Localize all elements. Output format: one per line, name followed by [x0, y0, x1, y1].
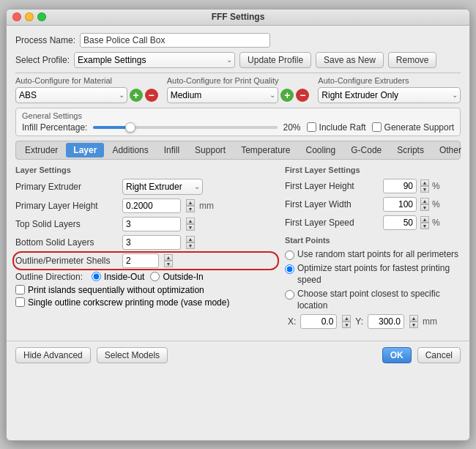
top-solid-layers-stepper: ▲ ▼: [186, 218, 195, 231]
y-up[interactable]: ▲: [409, 315, 418, 322]
tab-cooling[interactable]: Cooling: [299, 143, 343, 157]
start-points-radio2[interactable]: [285, 264, 294, 274]
outline-shells-input[interactable]: [122, 253, 159, 268]
bottom-solid-layers-up[interactable]: ▲: [186, 236, 195, 242]
process-name-input[interactable]: [80, 33, 270, 48]
inside-out-radio[interactable]: [92, 272, 101, 281]
first-layer-speed-unit: %: [432, 218, 440, 228]
material-select-wrapper: ABS: [15, 87, 127, 103]
x-up[interactable]: ▲: [342, 315, 351, 322]
primary-layer-height-label: Primary Layer Height: [15, 201, 118, 211]
process-name-row: Process Name:: [15, 33, 461, 48]
first-layer-speed-up[interactable]: ▲: [420, 216, 429, 223]
first-layer-width-down[interactable]: ▼: [420, 204, 429, 211]
x-input[interactable]: [300, 314, 337, 329]
panel-area: Layer Settings Primary Extruder Right Ex…: [15, 166, 461, 330]
primary-extruder-select[interactable]: Right Extruder: [122, 179, 203, 195]
top-solid-layers-input[interactable]: [122, 217, 181, 231]
top-solid-layers-down[interactable]: ▼: [186, 224, 195, 231]
bottom-right: OK Cancel: [382, 347, 461, 363]
inside-out-text: Inside-Out: [104, 272, 144, 282]
outline-shells-up[interactable]: ▲: [164, 254, 173, 261]
first-layer-height-input[interactable]: [383, 179, 417, 193]
include-raft-label: Include Raft: [307, 122, 366, 133]
infill-slider[interactable]: [93, 126, 277, 129]
x-down[interactable]: ▼: [342, 322, 351, 328]
first-layer-height-up[interactable]: ▲: [420, 179, 429, 186]
hide-advanced-button[interactable]: Hide Advanced: [15, 347, 91, 363]
extruder-config-block: Auto-Configure Extruders Right Extruder …: [318, 76, 461, 103]
tab-additions[interactable]: Additions: [105, 143, 155, 157]
primary-layer-height-up[interactable]: ▲: [186, 199, 195, 206]
start-points-radio1[interactable]: [285, 251, 294, 260]
primary-layer-height-input[interactable]: [122, 198, 181, 213]
quality-select-wrapper: Medium: [167, 87, 279, 103]
quality-add-button[interactable]: +: [280, 89, 294, 102]
remove-button[interactable]: Remove: [388, 52, 437, 68]
bottom-solid-layers-input[interactable]: [122, 235, 181, 250]
tab-other[interactable]: Other: [432, 143, 469, 157]
quality-remove-button[interactable]: −: [296, 89, 309, 102]
start-points-option2: Optimize start points for fastest printi…: [285, 263, 461, 286]
first-layer-height-stepper: ▲ ▼: [420, 179, 429, 193]
quality-select[interactable]: Medium: [167, 87, 279, 103]
update-profile-button[interactable]: Update Profile: [239, 52, 311, 68]
select-profile-row: Select Profile: Example Settings Update …: [15, 52, 461, 68]
primary-layer-height-unit: mm: [199, 201, 214, 211]
profile-select[interactable]: Example Settings: [74, 52, 235, 68]
close-button[interactable]: [12, 12, 21, 21]
tab-scripts[interactable]: Scripts: [390, 143, 431, 157]
select-profile-label: Select Profile:: [15, 55, 70, 65]
first-layer-speed-input[interactable]: [383, 215, 417, 230]
bottom-solid-layers-row: Bottom Solid Layers ▲ ▼: [15, 235, 276, 250]
x-label: X:: [288, 316, 296, 327]
first-layer-width-row: First Layer Width ▲ ▼ %: [285, 197, 461, 212]
bottom-solid-layers-down[interactable]: ▼: [186, 242, 195, 249]
infill-label: Infill Percentage:: [22, 122, 87, 133]
outline-shells-down[interactable]: ▼: [164, 261, 173, 267]
window-body: Process Name: Select Profile: Example Se…: [7, 26, 469, 335]
top-solid-layers-row: Top Solid Layers ▲ ▼: [15, 217, 276, 231]
first-layer-speed-down[interactable]: ▼: [420, 223, 429, 229]
ok-button[interactable]: OK: [382, 347, 412, 363]
material-select[interactable]: ABS: [15, 87, 127, 103]
print-islands-checkbox[interactable]: [15, 285, 25, 294]
tab-advanced[interactable]: Advanced: [469, 143, 470, 157]
extruder-config-label: Auto-Configure Extruders: [318, 76, 461, 85]
tab-layer[interactable]: Layer: [66, 143, 104, 157]
maximize-button[interactable]: [37, 12, 46, 21]
y-down[interactable]: ▼: [409, 322, 418, 328]
tab-temperature[interactable]: Temperature: [234, 143, 297, 157]
top-solid-layers-up[interactable]: ▲: [186, 218, 195, 224]
save-as-new-button[interactable]: Save as New: [316, 52, 384, 68]
tab-extruder[interactable]: Extruder: [18, 143, 65, 157]
single-outline-checkbox[interactable]: [15, 297, 25, 307]
first-layer-width-input[interactable]: [383, 197, 417, 212]
y-input[interactable]: [368, 314, 404, 329]
generate-support-checkbox[interactable]: [372, 122, 382, 132]
minimize-button[interactable]: [25, 12, 34, 21]
start-points-title: Start Points: [285, 236, 461, 245]
extruder-select[interactable]: Right Extruder Only: [318, 87, 461, 103]
include-raft-checkbox[interactable]: [307, 122, 316, 132]
material-config-row: ABS + −: [15, 87, 158, 103]
start-points-option3: Choose start point closest to specific l…: [285, 289, 461, 311]
tab-gcode[interactable]: G-Code: [343, 143, 389, 157]
start-points-radio3[interactable]: [285, 290, 294, 300]
material-add-button[interactable]: +: [130, 89, 143, 102]
primary-layer-height-down[interactable]: ▼: [186, 206, 195, 212]
material-remove-button[interactable]: −: [145, 89, 158, 102]
first-layer-width-up[interactable]: ▲: [420, 198, 429, 204]
extruder-select-wrapper: Right Extruder Only: [318, 87, 461, 103]
tab-support[interactable]: Support: [187, 143, 233, 157]
first-layer-height-down[interactable]: ▼: [420, 186, 429, 193]
outline-shells-row: Outline/Perimeter Shells ▲ ▼: [15, 253, 276, 268]
outside-in-radio[interactable]: [150, 272, 160, 281]
tab-infill[interactable]: Infill: [157, 143, 187, 157]
outline-shells-label: Outline/Perimeter Shells: [15, 256, 118, 266]
outline-direction-label: Outline Direction:: [15, 272, 83, 282]
first-layer-settings-title: First Layer Settings: [285, 166, 461, 174]
select-models-button[interactable]: Select Models: [97, 347, 168, 363]
cancel-button[interactable]: Cancel: [417, 347, 461, 363]
primary-extruder-label: Primary Extruder: [15, 182, 118, 192]
